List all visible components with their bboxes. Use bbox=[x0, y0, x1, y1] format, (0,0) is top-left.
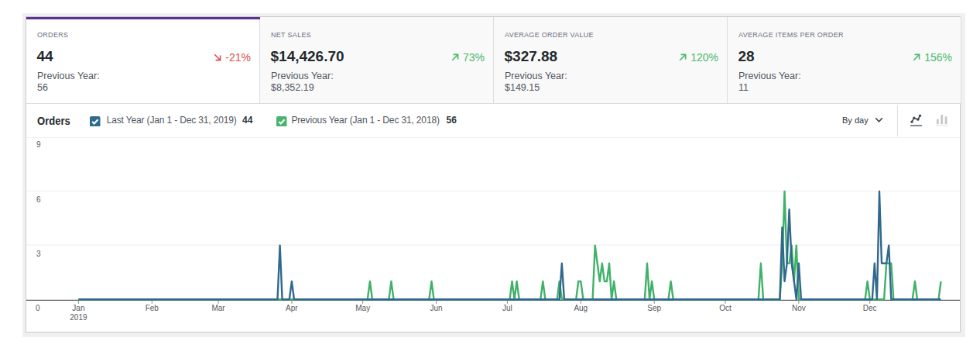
svg-text:Mar: Mar bbox=[211, 304, 225, 312]
svg-text:Sep: Sep bbox=[647, 304, 661, 312]
svg-text:May: May bbox=[355, 304, 370, 312]
svg-text:9: 9 bbox=[36, 140, 41, 149]
svg-text:Aug: Aug bbox=[574, 304, 588, 312]
svg-text:Jan: Jan bbox=[72, 304, 84, 312]
svg-text:Nov: Nov bbox=[792, 304, 806, 312]
svg-text:Dec: Dec bbox=[863, 304, 877, 312]
svg-text:Jul: Jul bbox=[502, 304, 512, 312]
svg-text:Jun: Jun bbox=[430, 304, 443, 312]
svg-text:Feb: Feb bbox=[146, 304, 159, 312]
svg-text:Oct: Oct bbox=[719, 304, 732, 312]
svg-text:3: 3 bbox=[36, 250, 41, 258]
svg-text:6: 6 bbox=[36, 195, 41, 204]
svg-text:0: 0 bbox=[36, 304, 40, 312]
svg-text:2019: 2019 bbox=[70, 313, 87, 322]
svg-text:Apr: Apr bbox=[286, 304, 298, 312]
